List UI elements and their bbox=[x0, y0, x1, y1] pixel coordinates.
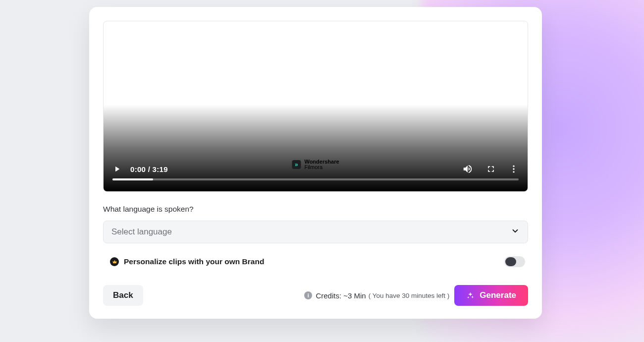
toggle-knob bbox=[505, 257, 516, 266]
credits-text: Credits: ~3 Min bbox=[316, 291, 366, 300]
svg-point-2 bbox=[513, 171, 514, 172]
credits-note: ( You have 30 minutes left ) bbox=[369, 292, 450, 299]
fullscreen-icon[interactable] bbox=[486, 164, 496, 174]
generate-button[interactable]: Generate bbox=[454, 285, 528, 306]
video-controls: 0:00 / 3:19 bbox=[104, 155, 528, 191]
language-question-label: What language is spoken? bbox=[103, 205, 528, 214]
sparkle-icon bbox=[466, 291, 475, 300]
info-icon: i bbox=[304, 291, 312, 299]
video-preview[interactable]: » Wondershare Filmora 0:00 / 3:19 bbox=[103, 21, 528, 192]
more-options-icon[interactable] bbox=[509, 164, 519, 174]
video-progress-bar[interactable] bbox=[112, 178, 519, 180]
generate-label: Generate bbox=[480, 290, 516, 300]
personalize-row: Personalize clips with your own Brand bbox=[103, 256, 528, 267]
language-placeholder: Select language bbox=[111, 227, 172, 237]
personalize-label: Personalize clips with your own Brand bbox=[124, 257, 264, 266]
svg-point-0 bbox=[513, 166, 514, 167]
credits-display: i Credits: ~3 Min ( You have 30 minutes … bbox=[304, 291, 449, 300]
video-time-display: 0:00 / 3:19 bbox=[130, 165, 168, 173]
main-card: » Wondershare Filmora 0:00 / 3:19 bbox=[89, 7, 542, 319]
footer-row: Back i Credits: ~3 Min ( You have 30 min… bbox=[103, 285, 528, 306]
personalize-toggle[interactable] bbox=[504, 256, 525, 267]
play-icon[interactable] bbox=[112, 165, 121, 173]
premium-crown-icon bbox=[110, 257, 119, 266]
video-progress-fill bbox=[112, 178, 153, 180]
chevron-down-icon bbox=[511, 227, 520, 237]
svg-point-1 bbox=[513, 168, 514, 170]
back-button[interactable]: Back bbox=[103, 285, 143, 306]
language-select[interactable]: Select language bbox=[103, 221, 528, 243]
volume-icon[interactable] bbox=[462, 164, 473, 174]
